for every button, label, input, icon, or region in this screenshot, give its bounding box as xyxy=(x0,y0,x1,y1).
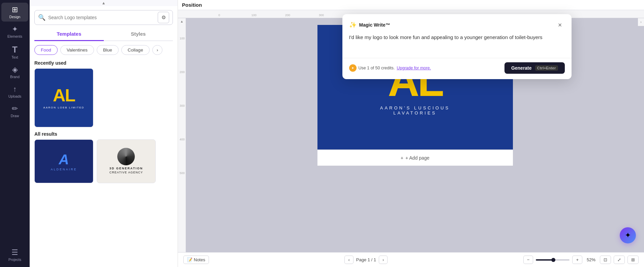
filter-icon: ⚙ xyxy=(161,14,166,21)
gen3d-ball xyxy=(117,148,135,165)
credits-text: Use 1 of 50 credits. xyxy=(359,66,395,70)
projects-icon: ☰ xyxy=(11,249,18,256)
generate-button[interactable]: Generate Ctrl+Enter xyxy=(504,62,565,74)
sidebar-item-design[interactable]: ⊞ Design xyxy=(1,3,28,22)
pill-valentines[interactable]: Valentines xyxy=(60,45,94,55)
magic-write-icon: ✨ xyxy=(349,21,357,29)
draw-icon: ✏ xyxy=(12,105,18,112)
recently-used-grid: AL AARON LOEB LIMITED xyxy=(30,68,178,127)
elements-icon: ✦ xyxy=(12,26,18,33)
sidebar-label-brand: Brand xyxy=(10,75,20,79)
all-results-grid: A ALDENAIRE 3D GENERATION creative agenc… xyxy=(30,139,178,183)
aldenaire-label: ALDENAIRE xyxy=(51,168,77,171)
sidebar: ⊞ Design ✦ Elements T Text ◈ Brand ↑ Upl… xyxy=(0,0,30,267)
sidebar-item-brand[interactable]: ◈ Brand xyxy=(1,63,28,81)
filter-button[interactable]: ⚙ xyxy=(158,12,169,23)
sidebar-item-elements[interactable]: ✦ Elements xyxy=(1,22,28,41)
sidebar-item-uploads[interactable]: ↑ Uploads xyxy=(1,82,28,101)
generate-shortcut: Ctrl+Enter xyxy=(535,65,558,71)
sidebar-label-elements: Elements xyxy=(7,34,22,38)
template-aldenaire[interactable]: A ALDENAIRE xyxy=(34,139,93,183)
canvas-area: Position 0 100 200 300 400 500 100 200 3… xyxy=(178,0,644,267)
magic-write-modal: ✨ Magic Write™ × ✦ Use 1 of 50 credits. … xyxy=(342,14,572,79)
all-results-title: All results xyxy=(30,127,178,139)
category-pills: Food Valentines Blue Collage › xyxy=(30,41,178,56)
tab-templates[interactable]: Templates xyxy=(34,28,104,41)
search-bar: 🔍 ⚙ xyxy=(34,10,173,25)
templates-panel: ▲ 🔍 ⚙ Templates Styles Food Valentines B… xyxy=(30,0,178,267)
credits-icon: ✦ xyxy=(349,64,357,72)
tab-styles[interactable]: Styles xyxy=(104,28,173,41)
pill-collage[interactable]: Collage xyxy=(121,45,150,55)
modal-close-button[interactable]: × xyxy=(555,20,565,30)
sidebar-label-design: Design xyxy=(9,15,21,19)
pill-blue[interactable]: Blue xyxy=(97,45,119,55)
aaron-logo-text: AL xyxy=(53,87,75,104)
sidebar-label-text: Text xyxy=(11,55,18,59)
text-icon: T xyxy=(12,45,18,54)
sidebar-label-draw: Draw xyxy=(11,114,19,118)
magic-modal-header: ✨ Magic Write™ × xyxy=(342,14,572,30)
search-icon: 🔍 xyxy=(38,14,45,21)
sidebar-item-projects[interactable]: ☰ Projects xyxy=(1,245,28,264)
gen3d-label: 3D GENERATION creative agency xyxy=(110,167,143,174)
generate-label: Generate xyxy=(511,65,532,71)
sidebar-item-text[interactable]: T Text xyxy=(1,42,28,62)
design-icon: ⊞ xyxy=(12,6,18,13)
assistant-icon: ✦ xyxy=(625,231,631,240)
modal-overlay: ✨ Magic Write™ × ✦ Use 1 of 50 credits. … xyxy=(178,0,644,267)
credits-badge: ✦ Use 1 of 50 credits. Upgrade for more. xyxy=(349,64,431,72)
aldenaire-logo: A ALDENAIRE xyxy=(51,152,77,171)
recently-used-title: Recently used xyxy=(30,56,178,68)
gen3d-inner: 3D GENERATION creative agency xyxy=(110,148,143,174)
assistant-button[interactable]: ✦ xyxy=(620,227,636,243)
magic-modal-footer: ✦ Use 1 of 50 credits. Upgrade for more.… xyxy=(342,58,572,79)
sidebar-label-projects: Projects xyxy=(8,258,21,262)
pill-more[interactable]: › xyxy=(152,45,163,55)
sidebar-item-draw[interactable]: ✏ Draw xyxy=(1,102,28,121)
uploads-icon: ↑ xyxy=(13,86,17,93)
search-input[interactable] xyxy=(48,15,155,20)
sidebar-label-uploads: Uploads xyxy=(8,94,22,98)
magic-write-title: Magic Write™ xyxy=(359,22,390,28)
brand-icon: ◈ xyxy=(12,66,18,73)
template-gen3d[interactable]: 3D GENERATION creative agency xyxy=(97,139,156,183)
upgrade-link[interactable]: Upgrade for more. xyxy=(397,66,431,70)
aaron-subtitle: AARON LOEB LIMITED xyxy=(43,106,85,109)
panel-tabs: Templates Styles xyxy=(34,28,173,41)
pill-food[interactable]: Food xyxy=(34,45,58,55)
template-aaron-loeb[interactable]: AL AARON LOEB LIMITED xyxy=(34,68,93,127)
panel-scroll-up[interactable]: ▲ xyxy=(30,0,178,6)
magic-write-textarea[interactable] xyxy=(349,34,565,53)
